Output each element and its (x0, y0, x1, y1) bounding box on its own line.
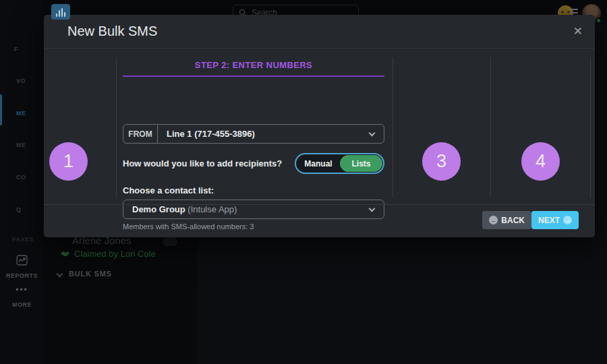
step-divider (490, 57, 491, 198)
intulse-logo-icon (51, 4, 70, 20)
from-value: Line 1 (717-455-3896) (158, 129, 255, 139)
step2-underline (123, 75, 384, 77)
next-button-label: NEXT (538, 216, 560, 225)
next-button[interactable]: NEXT → (531, 211, 579, 229)
recipients-mode-toggle[interactable]: Manual Lists (295, 153, 384, 174)
contact-list-label: Choose a contact list: (123, 185, 214, 195)
from-line-select[interactable]: FROM Line 1 (717-455-3896) (123, 124, 384, 144)
step2-panel: STEP 2: ENTER NUMBERS FROM Line 1 (717-4… (123, 49, 384, 77)
step-indicator-1: 1 (49, 142, 88, 181)
recipients-row: How would you like to add recipients? Ma… (123, 153, 384, 174)
arrow-right-icon: → (563, 216, 572, 224)
toggle-option-lists-selected[interactable]: Lists (340, 155, 382, 172)
from-label: FROM (123, 125, 158, 143)
back-button[interactable]: ← BACK (482, 211, 531, 229)
new-bulk-sms-modal: New Bulk SMS ✕ 1 3 4 STEP 2: ENTER NUMBE… (44, 15, 595, 237)
modal-footer: ← BACK NEXT → (44, 204, 595, 237)
modal-body: 1 3 4 STEP 2: ENTER NUMBERS FROM Line 1 … (44, 49, 595, 204)
step-divider (393, 57, 393, 198)
step-indicator-4: 4 (521, 142, 560, 181)
step-divider (116, 57, 117, 198)
screen: Search F VO ME ME CO Q FAXES REPORTS •••… (0, 0, 607, 364)
step-indicator-3: 3 (422, 142, 461, 181)
arrow-left-icon: ← (489, 216, 498, 224)
back-button-label: BACK (501, 216, 525, 225)
modal-title: New Bulk SMS (67, 24, 157, 39)
recipients-question: How would you like to add recipients? (123, 158, 282, 169)
toggle-option-manual[interactable]: Manual (296, 154, 341, 173)
chevron-down-icon (369, 130, 376, 137)
step2-title: STEP 2: ENTER NUMBERS (123, 60, 384, 70)
step-divider (590, 57, 591, 198)
modal-header: New Bulk SMS ✕ (44, 15, 595, 49)
close-icon[interactable]: ✕ (573, 24, 583, 39)
